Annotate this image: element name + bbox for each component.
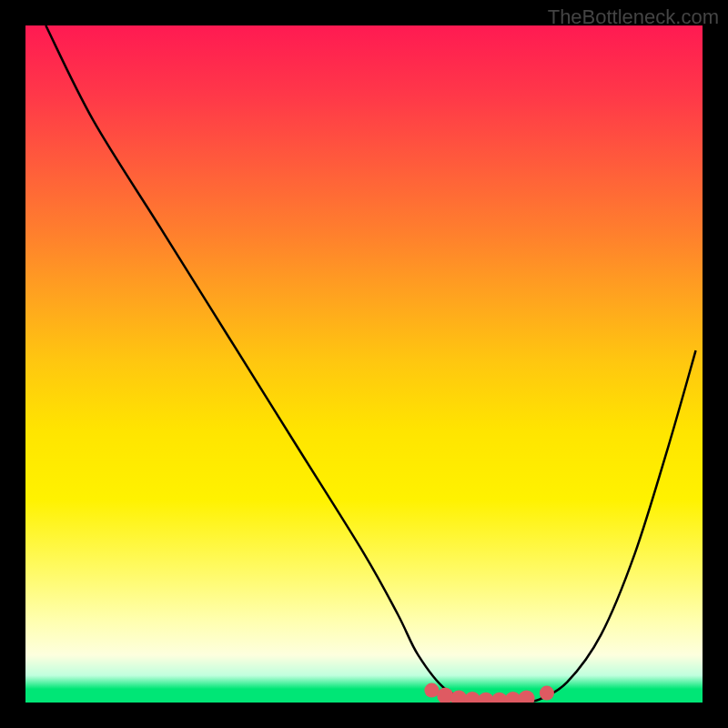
marker-dot (540, 686, 554, 701)
chart-container: TheBottleneck.com (0, 0, 728, 728)
watermark-label: TheBottleneck.com (548, 5, 719, 29)
marker-dot (519, 691, 535, 703)
markers-svg (25, 25, 703, 703)
bottom-cluster-markers (424, 683, 553, 703)
marker-dot (424, 683, 439, 698)
plot-area (25, 25, 703, 703)
